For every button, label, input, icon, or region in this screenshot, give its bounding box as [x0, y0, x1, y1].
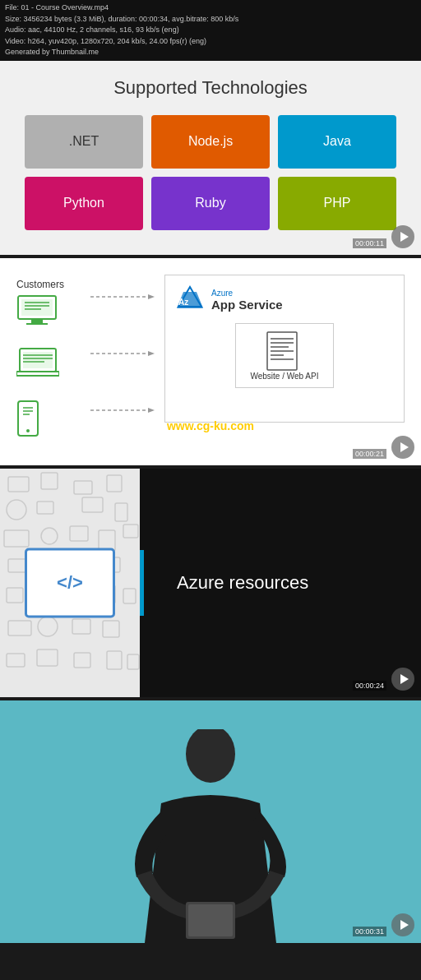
svg-point-38 [7, 500, 26, 520]
svg-rect-59 [103, 621, 119, 637]
svg-rect-34 [8, 477, 29, 492]
tile-nodejs: Node.js [151, 115, 270, 169]
panel-supported-technologies: Supported Technologies .NET Node.js Java… [0, 61, 421, 255]
svg-rect-63 [107, 651, 122, 669]
panel3-left-illustration: </> [0, 469, 140, 697]
arrow-row-1 [90, 293, 164, 301]
tile-dotnet: .NET [25, 115, 143, 169]
svg-rect-51 [7, 588, 23, 603]
panel1-title: Supported Technologies [25, 77, 396, 99]
dashed-arrow-3 [90, 406, 156, 414]
meta-line-4: Video: h264, yuv420p, 1280x720, 204 kb/s… [5, 36, 416, 48]
tile-java: Java [278, 115, 396, 169]
svg-rect-35 [41, 473, 58, 489]
svg-rect-55 [123, 589, 136, 603]
svg-rect-60 [7, 654, 25, 667]
svg-point-65 [186, 729, 235, 783]
svg-rect-42 [4, 530, 29, 547]
panel2-play-button[interactable] [391, 436, 414, 459]
dashed-arrow-1 [90, 293, 156, 301]
tile-python-label: Python [63, 196, 104, 210]
svg-rect-37 [107, 475, 122, 492]
tile-java-label: Java [323, 134, 351, 149]
app-service-label: App Service [211, 298, 283, 312]
website-web-api-label: Website / Web API [250, 372, 318, 381]
svg-marker-21 [148, 351, 155, 356]
tile-nodejs-label: Node.js [188, 134, 233, 149]
svg-rect-1 [31, 319, 43, 323]
svg-rect-44 [70, 526, 88, 541]
meta-line-1: File: 01 - Course Overview.mp4 [5, 2, 416, 14]
code-symbol: </> [57, 572, 83, 594]
watermark-text: www.cg-ku.com [167, 419, 254, 432]
tech-grid: .NET Node.js Java Python Ruby PHP [25, 115, 396, 230]
panel4-timestamp: 00:00:31 [353, 927, 386, 936]
svg-rect-58 [72, 619, 90, 634]
svg-rect-12 [16, 372, 59, 376]
code-laptop-icon: </> [25, 548, 115, 617]
accent-bar [140, 550, 144, 616]
meta-line-2: Size: 3456234 bytes (3.3 MiB), duration:… [5, 14, 416, 25]
tile-php: PHP [278, 177, 396, 230]
panel4-play-button[interactable] [391, 913, 414, 936]
customers-label: Customers [16, 279, 90, 290]
azure-label: Azure [211, 289, 283, 298]
svg-rect-39 [37, 502, 53, 514]
svg-rect-2 [26, 323, 48, 325]
dashed-arrow-2 [90, 349, 156, 358]
meta-line-5: Generated by Thumbnail.me [5, 47, 416, 58]
arrow-row-2 [90, 349, 164, 358]
desktop-icon [16, 294, 58, 326]
tile-dotnet-label: .NET [69, 134, 99, 149]
svg-rect-8 [23, 352, 53, 368]
arrows-column [90, 275, 164, 414]
svg-rect-64 [127, 654, 139, 669]
svg-point-43 [41, 528, 58, 544]
meta-bar: File: 01 - Course Overview.mp4 Size: 345… [0, 0, 421, 61]
panel-app-service: Customers [0, 258, 421, 465]
meta-line-3: Audio: aac, 44100 Hz, 2 channels, s16, 9… [5, 25, 416, 36]
svg-rect-3 [21, 299, 53, 316]
panel2-timestamp: 00:00:21 [353, 449, 386, 459]
svg-rect-46 [123, 525, 138, 538]
svg-marker-23 [148, 408, 155, 413]
svg-rect-61 [37, 649, 58, 666]
tile-python: Python [25, 177, 143, 230]
tile-ruby-label: Ruby [195, 196, 225, 210]
laptop-icon [16, 347, 59, 378]
panel3-timestamp: 00:00:24 [353, 681, 386, 691]
panel-speaker: 00:00:31 [0, 700, 421, 943]
tile-php-label: PHP [324, 196, 351, 210]
svg-text:Az: Az [178, 298, 188, 307]
svg-rect-56 [8, 621, 31, 636]
web-api-doc-icon [264, 331, 305, 372]
panel3-right-content: Azure resources [140, 469, 421, 697]
panel3-play-button[interactable] [391, 668, 414, 691]
web-api-inner-box: Website / Web API [235, 323, 334, 388]
speaker-silhouette-icon [87, 729, 334, 943]
panel1-timestamp: 00:00:11 [353, 238, 386, 248]
svg-rect-41 [115, 503, 127, 521]
svg-rect-47 [8, 559, 26, 572]
svg-rect-62 [74, 653, 90, 668]
app-service-header: Az Azure App Service [175, 285, 394, 315]
app-service-box: Az Azure App Service Website [164, 275, 405, 423]
azure-logo-icon: Az [175, 285, 205, 315]
customers-column: Customers [16, 275, 90, 441]
panel-azure-resources: </> Azure resources 00:00:24 [0, 469, 421, 697]
panel1-play-button[interactable] [391, 225, 414, 248]
mobile-icon [16, 400, 39, 437]
svg-rect-40 [82, 497, 103, 512]
svg-point-57 [38, 617, 58, 636]
tile-ruby: Ruby [151, 177, 270, 230]
arrow-row-3 [90, 406, 164, 414]
svg-rect-36 [74, 481, 92, 494]
svg-rect-67 [188, 904, 233, 936]
svg-marker-19 [148, 294, 155, 299]
azure-resources-text: Azure resources [164, 572, 308, 594]
svg-point-17 [26, 429, 30, 432]
